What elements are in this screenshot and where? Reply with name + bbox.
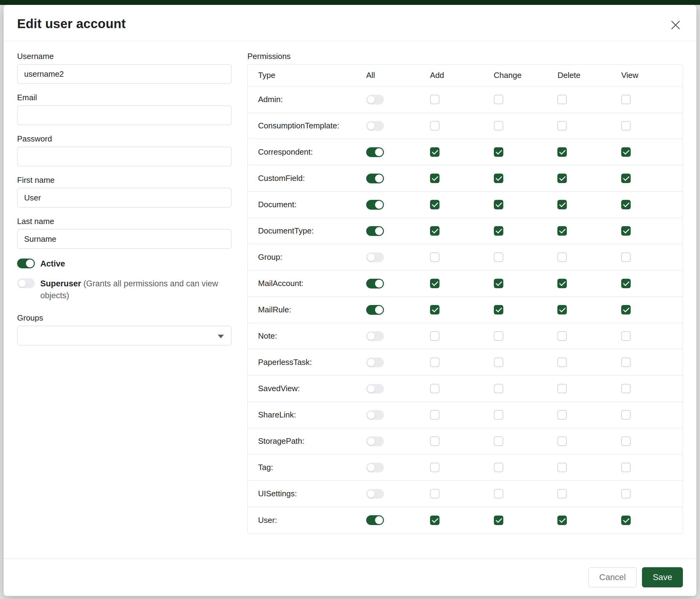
perm-add-checkbox[interactable] — [430, 410, 440, 420]
perm-add-checkbox[interactable] — [430, 358, 440, 367]
perm-all-toggle[interactable] — [366, 358, 384, 367]
perm-change-checkbox[interactable] — [494, 200, 503, 209]
perm-add-checkbox[interactable] — [430, 463, 440, 472]
perm-add-checkbox[interactable] — [430, 147, 440, 157]
perm-change-checkbox[interactable] — [494, 331, 503, 341]
perm-change-checkbox[interactable] — [494, 489, 503, 499]
active-toggle[interactable] — [17, 259, 35, 268]
perm-view-checkbox[interactable] — [621, 463, 631, 472]
perm-add-checkbox[interactable] — [430, 436, 440, 446]
perm-change-checkbox[interactable] — [494, 174, 503, 183]
perm-delete-checkbox[interactable] — [557, 436, 567, 446]
perm-view-checkbox[interactable] — [621, 436, 631, 446]
perm-all-toggle[interactable] — [366, 121, 384, 131]
perm-view-checkbox[interactable] — [621, 95, 631, 104]
groups-select[interactable] — [17, 326, 231, 345]
perm-all-toggle[interactable] — [366, 489, 384, 499]
username-input[interactable] — [17, 64, 231, 84]
perm-delete-checkbox[interactable] — [557, 358, 567, 367]
perm-add-checkbox[interactable] — [430, 305, 440, 314]
perm-change-checkbox[interactable] — [494, 436, 503, 446]
perm-add-checkbox[interactable] — [430, 489, 440, 499]
permission-row: ShareLink: — [248, 402, 682, 428]
perm-add-checkbox[interactable] — [430, 253, 440, 262]
perm-delete-checkbox[interactable] — [557, 253, 567, 262]
perm-change-checkbox[interactable] — [494, 384, 503, 393]
perm-delete-checkbox[interactable] — [557, 200, 567, 209]
perm-delete-checkbox[interactable] — [557, 121, 567, 130]
perm-view-checkbox[interactable] — [621, 226, 631, 236]
perm-delete-checkbox[interactable] — [557, 410, 567, 420]
perm-add-checkbox[interactable] — [430, 95, 440, 104]
password-input[interactable] — [17, 147, 231, 166]
permission-cell-all — [364, 410, 428, 420]
perm-add-checkbox[interactable] — [430, 331, 440, 341]
perm-all-toggle[interactable] — [366, 463, 384, 473]
perm-view-checkbox[interactable] — [621, 331, 631, 341]
perm-change-checkbox[interactable] — [494, 226, 503, 236]
permission-type-label: MailRule: — [248, 305, 364, 314]
perm-view-checkbox[interactable] — [621, 489, 631, 499]
perm-view-checkbox[interactable] — [621, 384, 631, 393]
perm-change-checkbox[interactable] — [494, 358, 503, 367]
perm-delete-checkbox[interactable] — [557, 489, 567, 499]
perm-all-toggle[interactable] — [366, 174, 384, 183]
perm-add-checkbox[interactable] — [430, 279, 440, 288]
perm-delete-checkbox[interactable] — [557, 463, 567, 472]
perm-all-toggle[interactable] — [366, 253, 384, 262]
perm-add-checkbox[interactable] — [430, 121, 440, 130]
permission-cell-all — [364, 358, 428, 367]
perm-all-toggle[interactable] — [366, 410, 384, 420]
perm-add-checkbox[interactable] — [430, 200, 440, 209]
perm-delete-checkbox[interactable] — [557, 384, 567, 393]
perm-all-toggle[interactable] — [366, 384, 384, 393]
perm-change-checkbox[interactable] — [494, 305, 503, 314]
perm-change-checkbox[interactable] — [494, 253, 503, 262]
perm-add-checkbox[interactable] — [430, 226, 440, 236]
cancel-button[interactable]: Cancel — [589, 567, 636, 588]
perm-view-checkbox[interactable] — [621, 279, 631, 288]
close-button[interactable] — [667, 17, 684, 33]
perm-view-checkbox[interactable] — [621, 305, 631, 314]
perm-view-checkbox[interactable] — [621, 147, 631, 157]
perm-view-checkbox[interactable] — [621, 253, 631, 262]
perm-all-toggle[interactable] — [366, 226, 384, 236]
last-name-input[interactable] — [17, 229, 231, 249]
perm-add-checkbox[interactable] — [430, 174, 440, 183]
first-name-input[interactable] — [17, 188, 231, 208]
perm-all-toggle[interactable] — [366, 436, 384, 446]
perm-change-checkbox[interactable] — [494, 410, 503, 420]
perm-delete-checkbox[interactable] — [557, 305, 567, 314]
perm-change-checkbox[interactable] — [494, 279, 503, 288]
perm-view-checkbox[interactable] — [621, 358, 631, 367]
perm-delete-checkbox[interactable] — [557, 331, 567, 341]
perm-all-toggle[interactable] — [366, 515, 384, 525]
perm-delete-checkbox[interactable] — [557, 226, 567, 236]
perm-view-checkbox[interactable] — [621, 174, 631, 183]
perm-add-checkbox[interactable] — [430, 384, 440, 393]
perm-view-checkbox[interactable] — [621, 200, 631, 209]
perm-all-toggle[interactable] — [366, 305, 384, 315]
email-input[interactable] — [17, 105, 231, 125]
perm-delete-checkbox[interactable] — [557, 279, 567, 288]
perm-delete-checkbox[interactable] — [557, 147, 567, 157]
superuser-toggle[interactable] — [17, 279, 35, 288]
perm-add-checkbox[interactable] — [430, 516, 440, 525]
perm-view-checkbox[interactable] — [621, 121, 631, 130]
perm-all-toggle[interactable] — [366, 331, 384, 341]
perm-delete-checkbox[interactable] — [557, 95, 567, 104]
perm-all-toggle[interactable] — [366, 147, 384, 157]
save-button[interactable]: Save — [642, 567, 683, 588]
perm-all-toggle[interactable] — [366, 279, 384, 288]
perm-change-checkbox[interactable] — [494, 95, 503, 104]
perm-change-checkbox[interactable] — [494, 121, 503, 130]
perm-change-checkbox[interactable] — [494, 463, 503, 472]
perm-all-toggle[interactable] — [366, 95, 384, 104]
perm-delete-checkbox[interactable] — [557, 516, 567, 525]
perm-change-checkbox[interactable] — [494, 147, 503, 157]
perm-delete-checkbox[interactable] — [557, 174, 567, 183]
perm-change-checkbox[interactable] — [494, 516, 503, 525]
perm-all-toggle[interactable] — [366, 200, 384, 210]
perm-view-checkbox[interactable] — [621, 410, 631, 420]
perm-view-checkbox[interactable] — [621, 516, 631, 525]
